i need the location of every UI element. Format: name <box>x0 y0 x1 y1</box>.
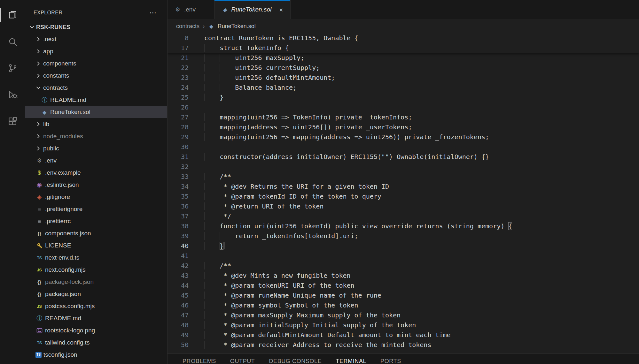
code-editor[interactable]: 8contract RuneToken is ERC1155, Ownable … <box>168 33 639 353</box>
code-line[interactable]: 28 mapping(address => uint256[]) private… <box>168 122 639 132</box>
tree-item-package-lock-json[interactable]: {}package-lock.json <box>25 276 167 288</box>
tree-item-components-json[interactable]: {}components.json <box>25 227 167 239</box>
code-line[interactable]: 33 /** <box>168 172 639 182</box>
extensions-icon[interactable] <box>0 108 25 134</box>
code-line[interactable]: 23 uint256 defaultMintAmount; <box>168 73 639 83</box>
tree-item-components[interactable]: components <box>25 57 167 70</box>
code-line[interactable]: 34 * @dev Returns the URI for a given to… <box>168 182 639 192</box>
code-line[interactable]: 49 * @param defaultMintAmount Default am… <box>168 330 639 340</box>
image-icon <box>35 327 43 334</box>
line-number: 23 <box>168 73 189 83</box>
code-line[interactable]: 42 /** <box>168 261 639 271</box>
code-line[interactable]: 17 struct TokenInfo { <box>168 43 639 53</box>
code-line[interactable]: 26 <box>168 102 639 112</box>
code-line[interactable]: 44 * @param tokenURI URI of the token <box>168 281 639 291</box>
code-line[interactable]: 48 * @param initialSupply Initial supply… <box>168 320 639 330</box>
tree-item-postcss-config-mjs[interactable]: JSpostcss.config.mjs <box>25 300 167 312</box>
gear-icon: ⚙ <box>175 6 181 13</box>
code-line[interactable]: 22 uint256 currentSupply; <box>168 63 639 73</box>
line-number: 48 <box>168 320 189 330</box>
code-line[interactable]: 32 <box>168 162 639 172</box>
code-line[interactable]: 29 mapping(uint256 => mapping(address =>… <box>168 132 639 142</box>
code-line[interactable]: 40 } <box>168 241 639 251</box>
code-line[interactable]: 43 * @dev Mints a new fungible token <box>168 271 639 281</box>
code-text: constructor(address initialOwner) ERC115… <box>189 152 489 162</box>
tree-item-readme-md[interactable]: ⓘREADME.md <box>25 94 167 106</box>
tree-item-gitignore[interactable]: ◈.gitignore <box>25 191 167 203</box>
solidity-icon: ◆ <box>222 6 228 13</box>
line-number: 34 <box>168 182 189 192</box>
code-line[interactable]: 35 * @param tokenId ID of the token to q… <box>168 192 639 201</box>
tree-item-runetoken-sol[interactable]: ◆RuneToken.sol <box>25 106 167 118</box>
code-line[interactable]: 27 mapping(uint256 => TokenInfo) private… <box>168 112 639 122</box>
tree-item-node-modules[interactable]: node_modules <box>25 130 167 142</box>
tree-item-license[interactable]: LICENSE <box>25 239 167 252</box>
code-lines: 21 uint256 maxSupply;22 uint256 currentS… <box>168 53 639 350</box>
breadcrumb-item[interactable]: contracts <box>176 23 199 30</box>
tree-item-readme-md[interactable]: ⓘREADME.md <box>25 312 167 324</box>
tab-label: RuneToken.sol <box>231 6 271 13</box>
project-root[interactable]: RSK-RUNES <box>25 21 167 33</box>
folder-label: .next <box>43 36 56 43</box>
tree-item-app[interactable]: app <box>25 45 167 57</box>
code-line[interactable]: 36 * @return URI of the token <box>168 201 639 211</box>
code-line[interactable]: 46 * @param symbol Symbol of the token <box>168 300 639 310</box>
line-number: 25 <box>168 93 189 102</box>
tree-item-next-config-mjs[interactable]: JSnext.config.mjs <box>25 264 167 276</box>
tree-item-next-env-d-ts[interactable]: TSnext-env.d.ts <box>25 252 167 264</box>
search-icon[interactable] <box>0 28 25 55</box>
code-line[interactable]: 47 * @param maxSupply Maximum supply of … <box>168 310 639 320</box>
code-line[interactable]: 38 function uri(uint256 tokenId) public … <box>168 221 639 231</box>
tree-item-prettierrc[interactable]: ≡.prettierrc <box>25 215 167 227</box>
run-debug-icon[interactable] <box>0 81 25 108</box>
explorer-sidebar: EXPLORER ⋯ RSK-RUNES .nextappcomponentsc… <box>25 0 167 364</box>
tree-item-env[interactable]: ⚙.env <box>25 155 167 167</box>
tree-item-constants[interactable]: constants <box>25 70 167 82</box>
panel-tab-problems[interactable]: PROBLEMS <box>183 358 216 364</box>
panel-tab-ports[interactable]: PORTS <box>380 358 401 364</box>
project-name: RSK-RUNES <box>36 24 70 31</box>
code-line[interactable]: 50 * @param receiver Address to receive … <box>168 340 639 350</box>
file-label: package-lock.json <box>45 278 94 285</box>
panel-tab-terminal[interactable]: TERMINAL <box>336 358 366 364</box>
tree-item-package-json[interactable]: {}package.json <box>25 288 167 300</box>
code-line[interactable]: 8contract RuneToken is ERC1155, Ownable … <box>168 33 639 43</box>
code-line[interactable]: 31 constructor(address initialOwner) ERC… <box>168 152 639 162</box>
code-line[interactable]: 30 <box>168 142 639 152</box>
explorer-icon[interactable] <box>0 2 25 28</box>
code-text: uint256 defaultMintAmount; <box>189 73 335 83</box>
code-line[interactable]: 37 */ <box>168 211 639 221</box>
folder-label: lib <box>43 121 49 128</box>
code-line[interactable]: 45 * @param runeName Unique name of the … <box>168 291 639 300</box>
tab-runetoken-sol[interactable]: ◆RuneToken.sol× <box>214 0 290 19</box>
tree-item-tailwind-config-ts[interactable]: TStailwind.config.ts <box>25 337 167 349</box>
close-icon[interactable]: × <box>279 6 283 13</box>
tree-item-env-example[interactable]: $.env.example <box>25 167 167 179</box>
panel-tab-output[interactable]: OUTPUT <box>230 358 255 364</box>
tree-item-public[interactable]: public <box>25 142 167 155</box>
code-text: * @param defaultMintAmount Default amoun… <box>189 330 451 340</box>
tree-item-lib[interactable]: lib <box>25 118 167 130</box>
tree-item-eslintrc-json[interactable]: ◉.eslintrc.json <box>25 179 167 191</box>
tree-item-prettierignore[interactable]: ≡.prettierignore <box>25 203 167 215</box>
code-line[interactable]: 25 } <box>168 93 639 102</box>
tree-item-rootstock-logo-png[interactable]: rootstock-logo.png <box>25 324 167 337</box>
code-line[interactable]: 24 Balance balance; <box>168 83 639 93</box>
panel-tab-debug-console[interactable]: DEBUG CONSOLE <box>269 358 322 364</box>
more-actions-icon[interactable]: ⋯ <box>149 9 156 16</box>
code-line[interactable]: 21 uint256 maxSupply; <box>168 53 639 63</box>
tree-item-tsconfig-json[interactable]: TStsconfig.json <box>25 349 167 361</box>
code-line[interactable]: 41 <box>168 251 639 261</box>
file-label: .eslintrc.json <box>45 181 79 188</box>
tree-item-next[interactable]: .next <box>25 33 167 45</box>
code-text: * @dev Mints a new fungible token <box>189 271 351 281</box>
eslint-icon: ◉ <box>35 181 43 189</box>
breadcrumb-item[interactable]: RuneToken.sol <box>218 23 256 30</box>
tab-env[interactable]: ⚙.env× <box>168 0 214 19</box>
line-number: 46 <box>168 300 189 310</box>
chevron-right-icon <box>35 121 42 128</box>
code-line[interactable]: 39 return _tokenInfos[tokenId].uri; <box>168 231 639 241</box>
tree-item-contracts[interactable]: contracts <box>25 82 167 94</box>
source-control-icon[interactable] <box>0 55 25 81</box>
line-number: 45 <box>168 291 189 300</box>
